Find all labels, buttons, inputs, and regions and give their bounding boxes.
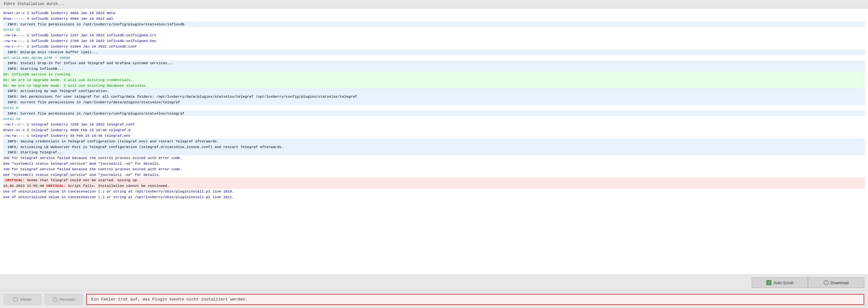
log-line: Job for telegraf.service failed because … [3, 167, 865, 172]
log-line: INFO: Install Drop-In for Influx and Tel… [3, 60, 865, 66]
log-line: See "systemctl status telegraf.service" … [3, 172, 865, 178]
log-line: INFO: Current file permisssions in /opt/… [3, 100, 865, 105]
log-line: OK: InfluxDB service is running. [3, 72, 865, 77]
log-line: Use of uninitialized value in concatenat… [3, 189, 865, 194]
log-line: Use of uninitialized value in concatenat… [3, 194, 865, 200]
header-title: Führe Installation durch... [4, 2, 64, 6]
log-line: drwx------ 4 influxdb loxberry 4096 Jan … [3, 16, 865, 22]
header-bar: Führe Installation durch... [0, 0, 868, 8]
log-line: INFO: Starting InfluxDB... [3, 66, 865, 72]
log-line: OK: We are in Upgrade mode. I will use e… [3, 77, 865, 83]
log-area[interactable]: drwxr-xr-x 2 influxdb loxberry 4096 Jan … [0, 8, 868, 275]
log-line: CRITICAL: Seems that Telegraf could not … [3, 177, 865, 183]
log-line: See "systemctl status telegraf.service" … [3, 161, 865, 167]
log-line: Job for telegraf.service failed because … [3, 155, 865, 161]
neustart-button[interactable]: ↺ Neustart [45, 294, 83, 305]
log-line: INFO: Set permissions for user telegraf … [3, 94, 865, 100]
log-line: OK: We are in Upgrade mode. I will use e… [3, 83, 865, 89]
weiter-button[interactable]: › Weiter [4, 294, 41, 305]
bottom-toolbar: ✓ Auto-Scroll ↓ Download [0, 275, 868, 290]
log-line: INFO: Enlarge Unix receive buffer limit.… [3, 50, 865, 55]
error-message-text: Ein Fehler trat auf, das Plugin konnte n… [91, 297, 247, 302]
error-message-box: Ein Fehler trat auf, das Plugin konnte n… [86, 294, 864, 305]
log-line: INFO: Activating my own Telegraf configu… [3, 88, 865, 94]
log-line: -rw-rw---- 1 telegraf loxberry 59 Feb 15… [3, 133, 865, 139]
neustart-label: Neustart [59, 297, 75, 302]
log-line: INFO: Current file permisssions in /opt/… [3, 111, 865, 116]
autoscroll-button[interactable]: ✓ Auto-Scroll [752, 277, 808, 288]
log-line: drwxr-xr-x 2 influxdb loxberry 4096 Jan … [3, 10, 865, 16]
log-line: INFO: Current file permisssions in /opt/… [3, 22, 865, 27]
log-line: drwxr-xr-x 2 telegraf loxberry 4096 Feb … [3, 128, 865, 133]
log-line: total 0 [3, 105, 865, 111]
weiter-label: Weiter [20, 297, 32, 302]
download-circle-icon: ↓ [824, 280, 829, 285]
log-line: INFO: Starting Telegraf... [3, 150, 865, 155]
log-line: INFO: Activating LB Webserver Port in Te… [3, 144, 865, 150]
log-line: -rw-r--r-- 1 telegraf loxberry 7259 Jan … [3, 122, 865, 128]
download-label: Download [831, 280, 848, 285]
autoscroll-checkbox-icon: ✓ [766, 280, 771, 285]
download-button[interactable]: ↓ Download [808, 277, 864, 288]
log-line: INFO: Saving credentials in Telegraf con… [3, 139, 865, 144]
action-bar: › Weiter ↺ Neustart Ein Fehler trat auf,… [0, 290, 868, 308]
log-line: -rw-r--r-- 1 influxdb loxberry 21664 Jan… [3, 44, 865, 50]
log-line: -rw-rw---- 1 influxdb loxberry 1257 Jan … [3, 32, 865, 38]
log-line: net.unix.max_dgram_qlen = 10000 [3, 55, 865, 61]
log-line: -rw-rw---- 1 influxdb loxberry 1708 Jan … [3, 38, 865, 44]
log-line: 15.02.2023 22:55:40 CRITICAL: Script fai… [3, 183, 865, 189]
log-line: total 16 [3, 116, 865, 122]
neustart-icon: ↺ [53, 297, 58, 302]
main-container: Führe Installation durch... drwxr-xr-x 2… [0, 0, 868, 308]
weiter-icon: › [13, 297, 18, 302]
autoscroll-label: Auto-Scroll [773, 280, 793, 285]
log-line: total 32 [3, 27, 865, 32]
